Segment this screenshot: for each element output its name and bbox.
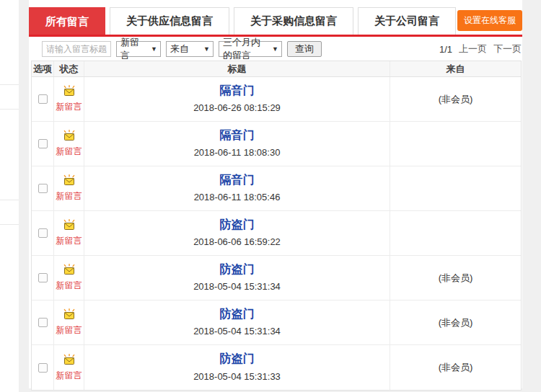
- chevron-down-icon: ▼: [272, 45, 278, 53]
- pagination: 1/1 上一页 下一页: [439, 43, 522, 55]
- row-checkbox[interactable]: [38, 318, 48, 327]
- prev-page-link[interactable]: 上一页: [459, 43, 487, 55]
- new-message-icon: [62, 219, 76, 234]
- table-row: 新留言 隔音门 2018-06-11 18:08:30: [32, 122, 521, 166]
- message-date: 2018-06-11 18:08:30: [194, 147, 281, 158]
- period-select[interactable]: 三个月内的留言 ▼: [219, 41, 282, 57]
- table-header-row: 选项 状态 标题 来自: [32, 61, 521, 77]
- new-message-icon: [62, 85, 76, 100]
- table-row: 新留言 隔音门 2018-06-11 18:05:46: [32, 166, 521, 211]
- left-panel-divider: [0, 200, 19, 200]
- table-row: 新留言 防盗门 2018-05-04 15:31:33 (非会员): [32, 345, 521, 390]
- new-message-label: 新留言: [56, 101, 82, 113]
- message-title-link[interactable]: 隔音门: [220, 128, 255, 143]
- status-select-value: 新留言: [120, 36, 147, 62]
- left-panel-edge: [0, 0, 19, 392]
- from-select-value: 来自: [170, 43, 189, 55]
- table-row: 新留言 防盗门 2018-06-06 16:59:22: [32, 211, 521, 256]
- header-from: 来自: [390, 63, 521, 76]
- table-row: 新留言 防盗门 2018-05-04 15:31:34 (非会员): [32, 256, 521, 300]
- message-title-link[interactable]: 防盗门: [220, 262, 255, 277]
- message-date: 2018-05-04 15:31:34: [193, 281, 281, 292]
- left-panel-divider: [0, 224, 19, 225]
- left-panel-divider: [0, 109, 19, 110]
- table-row: 新留言 防盗门 2018-05-04 15:31:34 (非会员): [32, 300, 521, 345]
- new-message-label: 新留言: [56, 146, 82, 158]
- new-message-label: 新留言: [56, 280, 82, 292]
- tab-company-messages[interactable]: 关于公司留言: [358, 7, 456, 35]
- new-message-label: 新留言: [56, 190, 82, 202]
- next-page-link[interactable]: 下一页: [493, 43, 522, 55]
- page-indicator: 1/1: [439, 44, 452, 55]
- set-online-service-button[interactable]: 设置在线客服: [457, 10, 522, 31]
- row-checkbox[interactable]: [38, 273, 48, 282]
- chevron-down-icon: ▼: [151, 45, 157, 53]
- tab-all-messages[interactable]: 所有留言: [29, 7, 105, 35]
- row-checkbox[interactable]: [38, 139, 48, 148]
- new-message-icon: [62, 308, 76, 324]
- message-table: 选项 状态 标题 来自 新留言 隔音门 2018-06-26 08:15:29 …: [31, 61, 522, 391]
- new-message-label: 新留言: [56, 235, 82, 247]
- left-panel-divider: [0, 84, 19, 85]
- filter-toolbar: 新留言 ▼ 来自 ▼ 三个月内的留言 ▼ 查询 1/1 上一页 下一页: [29, 40, 522, 58]
- row-checkbox[interactable]: [38, 228, 48, 238]
- message-date: 2018-06-26 08:15:29: [193, 102, 281, 113]
- header-title: 标题: [84, 61, 390, 76]
- message-title-link[interactable]: 防盗门: [220, 352, 255, 367]
- message-date: 2018-05-04 15:31:33: [193, 371, 281, 382]
- row-checkbox[interactable]: [38, 363, 48, 373]
- chevron-down-icon: ▼: [203, 45, 210, 53]
- row-checkbox[interactable]: [38, 184, 48, 193]
- new-message-icon: [62, 130, 76, 145]
- message-from: (非会员): [439, 361, 473, 374]
- tab-underline: [29, 35, 522, 37]
- period-select-value: 三个月内的留言: [223, 36, 268, 62]
- message-from: (非会员): [439, 93, 473, 106]
- new-message-label: 新留言: [56, 370, 82, 382]
- query-button[interactable]: 查询: [287, 41, 322, 57]
- table-row: 新留言 隔音门 2018-06-26 08:15:29 (非会员): [32, 77, 521, 122]
- message-tabs: 所有留言 关于供应信息留言 关于采购信息留言 关于公司留言 设置在线客服: [29, 0, 522, 35]
- row-checkbox[interactable]: [38, 94, 48, 104]
- message-date: 2018-06-11 18:05:46: [194, 192, 281, 202]
- new-message-icon: [62, 174, 76, 190]
- message-title-search-input[interactable]: [42, 41, 111, 57]
- message-title-link[interactable]: 隔音门: [220, 173, 255, 188]
- message-title-link[interactable]: 防盗门: [220, 218, 255, 233]
- message-date: 2018-05-04 15:31:34: [193, 326, 281, 337]
- header-status: 状态: [54, 61, 84, 76]
- message-manager-pane: 所有留言 关于供应信息留言 关于采购信息留言 关于公司留言 设置在线客服 新留言…: [29, 0, 522, 388]
- message-title-link[interactable]: 防盗门: [220, 307, 255, 322]
- new-message-icon: [62, 354, 76, 369]
- status-select[interactable]: 新留言 ▼: [116, 41, 161, 57]
- tab-purchase-messages[interactable]: 关于采购信息留言: [234, 7, 353, 35]
- message-from: (非会员): [439, 272, 473, 285]
- new-message-icon: [62, 264, 76, 279]
- from-select[interactable]: 来自 ▼: [166, 41, 214, 57]
- message-title-link[interactable]: 隔音门: [220, 84, 255, 99]
- tab-supply-messages[interactable]: 关于供应信息留言: [110, 7, 229, 35]
- new-message-label: 新留言: [56, 324, 82, 337]
- header-select: 选项: [32, 61, 54, 76]
- message-from: (非会员): [439, 316, 473, 329]
- message-date: 2018-06-06 16:59:22: [193, 236, 281, 247]
